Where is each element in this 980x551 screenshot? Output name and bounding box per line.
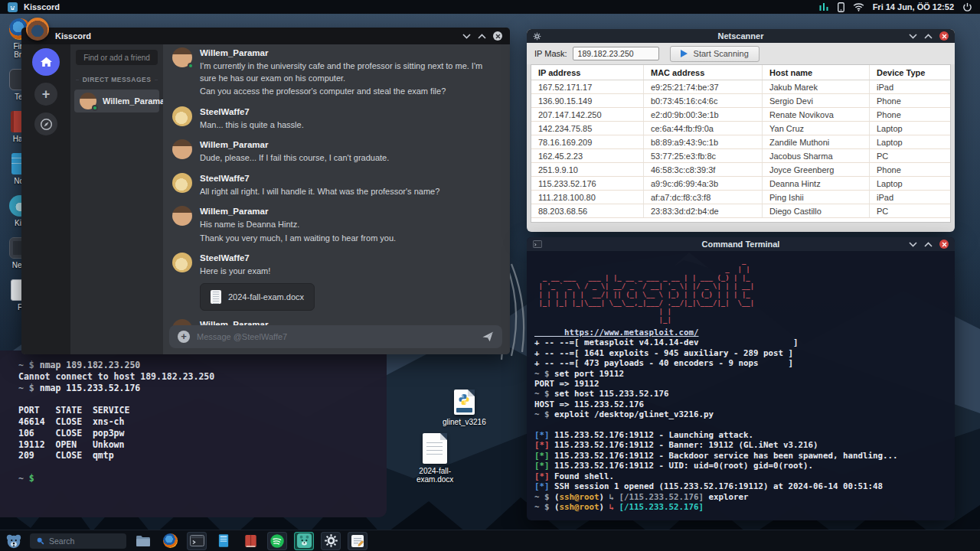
chevron-down-icon[interactable] <box>462 34 471 39</box>
netscanner-column-header[interactable]: Device Type <box>870 65 950 80</box>
taskbar-terminal[interactable] <box>187 532 207 550</box>
netscanner-column-header[interactable]: MAC address <box>644 65 763 80</box>
netscanner-titlebar[interactable]: Netscanner <box>527 29 955 43</box>
avatar[interactable] <box>172 253 192 272</box>
online-status-dot <box>188 63 194 69</box>
close-icon[interactable] <box>939 240 949 249</box>
taskbar-kisscord[interactable] <box>294 532 314 550</box>
message-author[interactable]: Willem_Paramar <box>200 139 389 151</box>
desktop: Fire Bro Ter Han Not Kis Nets F <box>0 0 980 551</box>
chat-messages: Willem_ParamarI'm currently in the unive… <box>163 44 510 354</box>
search-input[interactable] <box>49 536 120 546</box>
netscanner-row[interactable]: 78.16.169.209b8:89:a9:43:9c:1bZandile Mu… <box>531 135 950 149</box>
message-author[interactable]: Willem_Paramar <box>200 206 396 217</box>
taskbar-search[interactable] <box>30 533 126 549</box>
ip-mask-input[interactable] <box>573 47 659 60</box>
phone-icon[interactable] <box>838 2 844 12</box>
message-author[interactable]: Willem_Paramar <box>200 47 499 59</box>
netscanner-row[interactable]: 167.52.171.17e9:25:21:74:be:37Jakub Mare… <box>531 80 950 94</box>
taskbar-settings[interactable] <box>321 532 341 550</box>
message-text: Can you access the professor's computer … <box>200 86 499 98</box>
message-text: I'm currently in the university cafe and… <box>200 60 499 84</box>
netscanner-row[interactable]: 162.45.2.2353:77:25:e3:fb:8cJacobus Shar… <box>531 149 950 163</box>
avatar[interactable] <box>172 139 192 159</box>
taskbar-file-manager[interactable] <box>133 532 153 550</box>
netscanner-table: IP addressMAC addressHost nameDevice Typ… <box>531 64 951 223</box>
wifi-icon[interactable] <box>853 2 864 11</box>
netscanner-column-header[interactable]: IP address <box>531 65 644 80</box>
add-server-button[interactable]: + <box>34 83 57 106</box>
chat-message-group: Willem_ParamarDude, please... If I fail … <box>172 139 499 165</box>
desktop-file-exam-docx[interactable]: 2024-fall- exam.docx <box>416 433 453 484</box>
start-menu-bear-icon[interactable] <box>5 533 23 549</box>
docx-file-icon <box>423 433 447 464</box>
attach-plus-icon[interactable]: + <box>178 331 190 343</box>
netscanner-row[interactable]: 207.147.142.250e2:d0:9b:00:3e:1bRenate N… <box>531 108 950 122</box>
explore-button[interactable] <box>34 112 57 135</box>
kisscord-titlebar[interactable]: Kisscord <box>21 28 510 44</box>
chevron-up-icon[interactable] <box>924 34 933 39</box>
message-text: Dude, please... If I fail this course, I… <box>200 152 389 165</box>
command-terminal-body[interactable]: _ _ | | _ __ ___ ___ | |_ __ _ ___ _ __ … <box>527 251 955 520</box>
desktop-file-label: glinet_v3216 <box>443 418 486 426</box>
power-icon[interactable] <box>962 2 972 12</box>
kisscord-channel-panel: Find or add a friend DIRECT MESSAGES Wil… <box>70 44 163 354</box>
close-icon[interactable] <box>939 31 949 41</box>
message-input[interactable] <box>197 332 475 341</box>
taskbar <box>0 530 980 551</box>
chevron-up-icon[interactable] <box>924 242 933 247</box>
spotify-icon <box>270 533 285 549</box>
message-text: His name is Deanna Hintz. <box>200 219 396 231</box>
mixer-icon[interactable] <box>818 2 829 11</box>
find-friend-search[interactable]: Find or add a friend <box>76 50 158 65</box>
command-terminal-titlebar[interactable]: Command Terminal <box>527 237 955 251</box>
home-button[interactable] <box>32 48 60 76</box>
kisscord-window: Kisscord + Find or add a friend <box>21 28 510 354</box>
online-status-dot <box>92 105 98 111</box>
taskbar-browser[interactable] <box>160 532 180 550</box>
netscanner-row[interactable]: 142.234.75.85ce:6a:44:fb:f9:0aYan CruzLa… <box>531 122 950 135</box>
avatar[interactable] <box>172 173 192 193</box>
message-text: Thank you very much, I am waiting to hea… <box>200 233 396 245</box>
avatar[interactable] <box>172 206 192 226</box>
netscanner-column-header[interactable]: Host name <box>763 65 870 80</box>
kisscord-chat-area: Willem_ParamarI'm currently in the unive… <box>163 44 510 354</box>
avatar[interactable] <box>172 106 192 126</box>
netscanner-row[interactable]: 251.9.9.1046:58:3c:c8:39:3fJoyce Greenbe… <box>531 163 950 177</box>
message-input-bar[interactable]: + <box>169 325 502 348</box>
gear-icon <box>533 32 541 41</box>
file-attachment[interactable]: 2024-fall-exam.docx <box>200 283 315 311</box>
attachment-filename[interactable]: 2024-fall-exam.docx <box>228 292 304 302</box>
avatar[interactable] <box>172 47 192 67</box>
netscanner-row[interactable]: 111.218.100.80af:a7:dc:f8:c3:f8Ping Ishi… <box>531 191 950 204</box>
taskbar-handbook[interactable] <box>240 532 260 550</box>
dm-item-willem[interactable]: Willem_Paramar <box>74 90 159 112</box>
message-author[interactable]: SteelWaffe7 <box>200 173 439 184</box>
dm-user-name: Willem_Paramar <box>103 96 168 106</box>
chat-message-group: SteelWaffe7Here is your exam!2024-fall-e… <box>172 253 499 311</box>
send-icon[interactable] <box>482 331 494 343</box>
netscanner-window: Netscanner IP Mask: Start Scanning IP ad… <box>527 29 955 232</box>
taskbar-spotify[interactable] <box>267 532 287 550</box>
message-author[interactable]: SteelWaffe7 <box>200 106 304 118</box>
nmap-terminal-window[interactable]: ~ $ nmap 189.182.23.250Cannot connect to… <box>0 350 387 517</box>
netscanner-row[interactable]: 88.203.68.5623:83:3d:d2:b4:deDiego Casti… <box>531 204 950 218</box>
taskbar-text-editor[interactable] <box>348 532 368 550</box>
netscanner-row[interactable]: 115.233.52.176a9:9c:d6:99:4a:3bDeanna Hi… <box>531 177 950 191</box>
start-scanning-button[interactable]: Start Scanning <box>670 46 760 62</box>
desktop-file-glinet[interactable]: glinet_v3216 <box>443 390 486 426</box>
netscanner-toolbar: IP Mask: Start Scanning <box>527 43 955 64</box>
focused-app-name: Kisscord <box>24 2 60 11</box>
message-author[interactable]: SteelWaffe7 <box>200 253 315 264</box>
chevron-down-icon[interactable] <box>909 242 917 247</box>
netscanner-title: Netscanner <box>527 31 955 41</box>
taskbar-notes[interactable] <box>214 532 234 550</box>
close-icon[interactable] <box>493 31 502 41</box>
chevron-down-icon[interactable] <box>909 34 917 39</box>
chevron-up-icon[interactable] <box>478 34 486 39</box>
document-lines <box>426 442 443 455</box>
clock[interactable]: Fri 14 Jun, ÖÖ 12:52 <box>873 2 954 11</box>
netscanner-table-header: IP addressMAC addressHost nameDevice Typ… <box>531 65 950 80</box>
terminal-icon <box>190 535 204 546</box>
netscanner-row[interactable]: 136.90.15.149b0:73:45:16:c4:6cSergio Dev… <box>531 94 950 108</box>
